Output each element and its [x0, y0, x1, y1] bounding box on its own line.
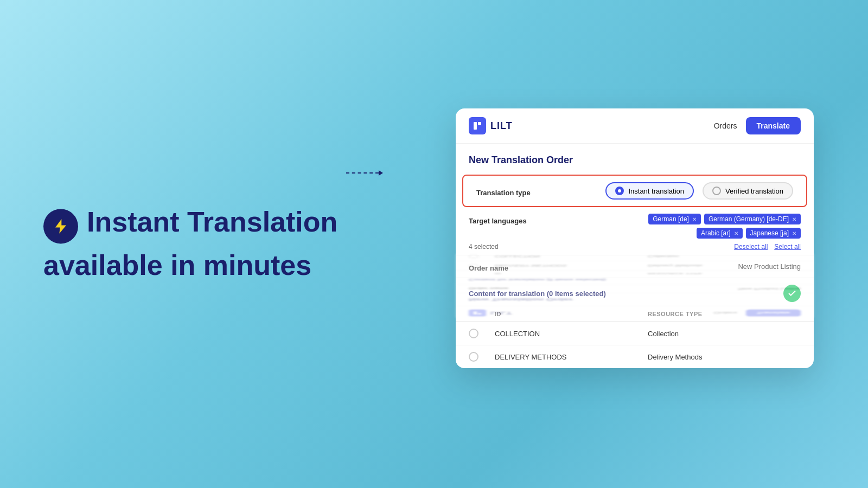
lang-tag-arabic-label: Arabic [ar] [701, 229, 731, 237]
target-languages-label: Target languages [469, 214, 534, 225]
lang-tag-arabic[interactable]: Arabic [ar] ✕ [697, 228, 743, 239]
hero-headline: Instant Translation [87, 207, 337, 237]
row-2-id: DELIVERY METHODS [495, 353, 648, 361]
lang-tag-german-de[interactable]: German [de] ✕ [648, 214, 701, 224]
lilt-logo: LILT [469, 117, 513, 134]
lang-tag-german-de-de[interactable]: German (Germany) [de-DE] ✕ [704, 214, 801, 224]
row-1-select[interactable] [469, 329, 478, 338]
lang-tag-german-de-de-close[interactable]: ✕ [792, 216, 796, 222]
table-row: DELIVERY METHODS Delivery Methods [456, 345, 814, 368]
translate-button[interactable]: Translate [746, 117, 801, 134]
deselect-all-button[interactable]: Deselect all [734, 243, 768, 251]
verified-translation-label: Verified translation [725, 187, 783, 195]
lilt-logo-icon [469, 117, 486, 134]
table-row: COLLECTION Collection [456, 322, 814, 345]
connector-arrow [346, 170, 383, 176]
lilt-logo-text: LILT [490, 120, 513, 132]
svg-rect-0 [474, 122, 477, 130]
row-2-resource-type: Delivery Methods [648, 353, 801, 361]
select-all-button[interactable]: Select all [774, 243, 801, 251]
translation-type-row: Translation type Instant translation Ver… [462, 175, 807, 207]
orders-link[interactable]: Orders [714, 121, 737, 130]
row-2-select[interactable] [469, 352, 478, 362]
header-actions: Orders Translate [714, 117, 801, 134]
panel-reflection: LILT Orders Translate New Translation Or… [456, 252, 814, 320]
language-tags-container: German [de] ✕ German (Germany) [de-DE] ✕… [542, 214, 801, 239]
lang-tag-german-de-close[interactable]: ✕ [692, 216, 697, 222]
lang-tag-japanese-close[interactable]: ✕ [792, 230, 796, 236]
lang-tag-german-de-de-label: German (Germany) [de-DE] [709, 215, 789, 223]
translation-options: Instant translation Verified translation [550, 182, 793, 200]
main-panel: LILT Orders Translate New Translation Or… [456, 108, 814, 368]
verified-translation-option[interactable]: Verified translation [703, 182, 793, 200]
svg-rect-1 [478, 122, 481, 125]
row-1-resource-type: Collection [648, 330, 801, 338]
svg-rect-3 [478, 313, 481, 314]
lang-count-text: 4 selected [469, 243, 499, 251]
hero-section: Instant Translation available in minutes [43, 207, 337, 281]
instant-radio-active [615, 187, 624, 195]
lang-actions: Deselect all Select all [734, 243, 801, 251]
lang-tag-german-de-label: German [de] [653, 215, 689, 223]
lang-tag-japanese-label: Japanese [ja] [750, 229, 789, 237]
panel-title: New Translation Order [456, 144, 814, 175]
target-languages-row: Target languages German [de] ✕ German (G… [456, 211, 814, 241]
panel-header: LILT Orders Translate [456, 108, 814, 144]
hero-subheadline: available in minutes [43, 250, 337, 281]
instant-translation-option[interactable]: Instant translation [605, 182, 694, 200]
verified-radio [712, 187, 721, 195]
lang-tags-row-2: Arabic [ar] ✕ Japanese [ja] ✕ [697, 228, 801, 239]
lang-tag-japanese[interactable]: Japanese [ja] ✕ [746, 228, 801, 239]
lightning-icon [43, 209, 78, 243]
instant-translation-label: Instant translation [628, 187, 684, 195]
row-1-id: COLLECTION [495, 330, 648, 338]
translation-type-label: Translation type [476, 185, 541, 197]
lang-tag-arabic-close[interactable]: ✕ [734, 230, 738, 236]
svg-rect-2 [474, 311, 477, 314]
lang-tags-row-1: German [de] ✕ German (Germany) [de-DE] ✕ [648, 214, 801, 224]
